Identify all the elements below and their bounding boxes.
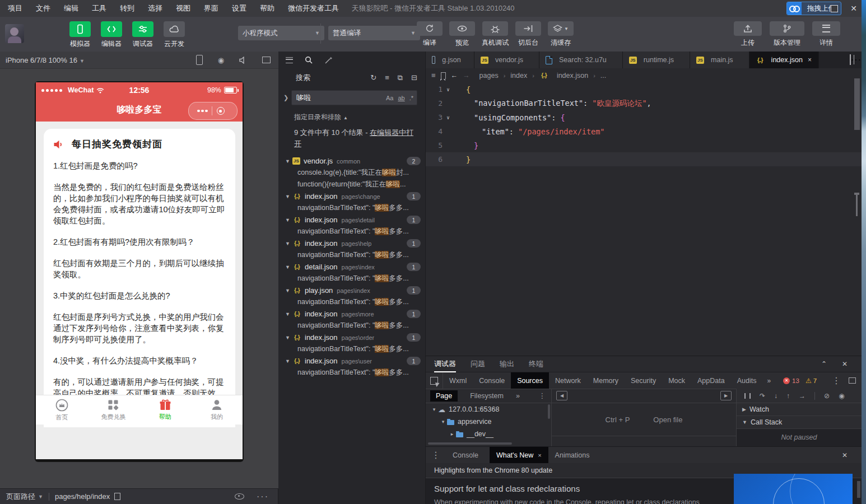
search-match-line[interactable]: navigationBarTitleText": "哆啦多多... xyxy=(278,273,425,284)
fold-icon[interactable]: ∨ xyxy=(443,87,454,92)
page-path-label[interactable]: 页面路径 xyxy=(6,492,35,502)
compile-button[interactable]: 编译 xyxy=(417,21,443,48)
menu-item[interactable]: 界面 xyxy=(204,3,218,13)
code-line[interactable]: 4 "item": "/pages/index/item" xyxy=(426,124,862,138)
tree-hscrollbar[interactable] xyxy=(428,442,512,445)
more-icon[interactable]: ··· xyxy=(257,492,269,502)
search-match-line[interactable]: navigationBarTitleText": "哆啦多多... xyxy=(278,226,425,237)
pause-on-exceptions-icon[interactable]: ◉ xyxy=(839,392,844,400)
editor-tab[interactable]: main.js xyxy=(690,52,749,68)
search-match-line[interactable]: navigationBarTitleText": "哆啦多多... xyxy=(278,296,425,308)
upload-button[interactable]: 上传 xyxy=(734,21,762,48)
next-source-icon[interactable]: ▶ xyxy=(720,391,732,400)
undock-icon[interactable] xyxy=(849,377,856,384)
to-background-button[interactable]: 切后台 xyxy=(515,21,541,48)
match-case-icon[interactable]: Aa xyxy=(386,95,393,101)
tree-menu-icon[interactable]: ⋮ xyxy=(539,391,552,400)
breadcrumb-item[interactable]: pages xyxy=(479,72,499,80)
close-icon[interactable]: × xyxy=(538,452,541,459)
code-line[interactable]: 6 } xyxy=(426,152,862,166)
debugger-toggle-button[interactable]: 调试器 xyxy=(130,21,156,49)
more-tabs-icon[interactable]: » xyxy=(516,392,520,400)
editor-toggle-button[interactable]: 编辑器 xyxy=(99,21,124,49)
menu-item[interactable]: 选择 xyxy=(148,3,162,13)
search-result-file-row[interactable]: ▼ index.json pages\change 1 xyxy=(278,190,425,202)
whole-word-icon[interactable]: ab xyxy=(398,95,404,101)
debugger-panel-tab[interactable]: 终端 xyxy=(529,356,543,372)
close-icon[interactable]: × xyxy=(808,56,812,64)
regex-icon[interactable]: .* xyxy=(409,95,413,101)
bookmark-icon[interactable] xyxy=(441,72,446,79)
search-icon[interactable] xyxy=(305,56,313,64)
editor-tab[interactable]: vendor.js xyxy=(474,52,539,68)
collapse-panel-icon[interactable]: ⌃ xyxy=(821,360,827,368)
search-result-file-row[interactable]: ▼ index.json pages\more 1 xyxy=(278,308,425,320)
rotate-device-icon[interactable] xyxy=(196,55,203,65)
search-match-line[interactable]: navigationBarTitleText": "哆啦多多... xyxy=(278,343,425,355)
compile-mode-select[interactable]: 普通编译 ▼ xyxy=(328,26,420,40)
devtools-tab[interactable]: Audits xyxy=(731,372,763,389)
debugger-panel-tab[interactable]: 输出 xyxy=(500,356,514,372)
sources-nav-tab[interactable]: Page xyxy=(430,390,458,402)
breadcrumb-item[interactable]: ... xyxy=(600,72,606,80)
open-new-search-editor-icon[interactable]: ⧉ xyxy=(398,73,403,82)
search-result-file-row[interactable]: ▼ detail.json pages\index 1 xyxy=(278,261,425,273)
editor-more-icon[interactable]: ··· xyxy=(851,55,862,64)
inspect-element-icon[interactable] xyxy=(426,372,443,389)
copy-icon[interactable] xyxy=(114,493,120,500)
search-result-file-row[interactable]: ▼ index.json pages\order 1 xyxy=(278,332,425,343)
devtools-tab[interactable]: Wxml xyxy=(443,372,473,389)
code-line[interactable]: 5 } xyxy=(426,138,862,152)
tree-item[interactable]: ▾ appservice xyxy=(426,416,551,428)
devtools-tab[interactable]: Security xyxy=(625,372,662,389)
details-button[interactable]: 详情 xyxy=(812,21,840,48)
devtools-tab[interactable]: Mock xyxy=(662,372,691,389)
article-thumbnail[interactable] xyxy=(734,474,853,504)
menu-item[interactable]: 编辑 xyxy=(64,3,78,13)
tree-caret-icon[interactable]: ▾ xyxy=(439,419,447,424)
miniprogram-capsule[interactable] xyxy=(188,102,238,120)
user-avatar[interactable] xyxy=(5,24,24,43)
search-result-file-row[interactable]: ▼ index.json pages\detail 1 xyxy=(278,214,425,226)
menu-item[interactable]: 帮助 xyxy=(260,3,274,13)
editor-tab[interactable]: runtime.js xyxy=(623,52,690,68)
debugger-panel-tab[interactable]: 问题 xyxy=(471,356,485,372)
split-editor-icon[interactable] xyxy=(850,54,851,65)
watch-section[interactable]: ▶Watch xyxy=(737,403,862,416)
tab-help[interactable]: 帮助 xyxy=(139,395,191,424)
window-close-icon[interactable]: ✕ xyxy=(850,0,857,17)
window-restore-icon[interactable] xyxy=(831,5,838,12)
tree-item[interactable]: ▸ __dev__ xyxy=(426,428,551,440)
clear-cache-button[interactable]: ▼ 清缓存 xyxy=(548,21,574,48)
file-list-icon[interactable] xyxy=(286,57,293,63)
collapse-all-icon[interactable]: ⊟ xyxy=(411,73,417,82)
step-over-icon[interactable]: ↷ xyxy=(760,392,765,400)
tab-mine[interactable]: 我的 xyxy=(191,395,243,424)
breadcrumb-item[interactable]: index.json xyxy=(557,72,588,80)
search-match-line[interactable]: navigationBarTitleText": "哆啦多多... xyxy=(278,320,425,332)
devtools-tab[interactable]: Memory xyxy=(587,372,625,389)
menu-item[interactable]: 项目 xyxy=(8,3,22,13)
more-tabs-icon[interactable]: » xyxy=(762,377,775,385)
warning-badge[interactable]: ⚠7 xyxy=(806,377,817,385)
tab-free-redeem[interactable]: 免费兑换 xyxy=(87,395,139,424)
device-selector[interactable]: iPhone 6/7/8 100% 16▼ xyxy=(6,56,85,64)
devtools-tab[interactable]: Network xyxy=(549,372,587,389)
remote-debug-button[interactable]: 真机调试 xyxy=(482,21,509,48)
multi-window-icon[interactable] xyxy=(262,57,271,63)
menu-item[interactable]: 视图 xyxy=(176,3,190,13)
debugger-panel-tab[interactable]: 调试器 xyxy=(434,356,456,372)
sound-icon[interactable] xyxy=(239,57,247,64)
menu-item[interactable]: 工具 xyxy=(92,3,106,13)
mode-select[interactable]: 小程序模式 ▼ xyxy=(238,26,324,40)
menu-item[interactable]: 微信开发者工具 xyxy=(288,3,339,13)
deactivate-breakpoints-icon[interactable]: ⊘ xyxy=(824,392,830,400)
call-stack-section[interactable]: ▼Call Stack xyxy=(737,416,862,429)
editor-scrollbar[interactable] xyxy=(854,78,860,130)
wand-icon[interactable] xyxy=(324,56,333,64)
drawer-tab[interactable]: Console xyxy=(446,447,490,463)
tree-caret-icon[interactable]: ▾ xyxy=(430,407,438,412)
devtools-tab[interactable]: Console xyxy=(473,372,511,389)
simulator-toggle-button[interactable]: 模拟器 xyxy=(67,21,93,49)
devtools-tab[interactable]: Sources xyxy=(511,372,549,389)
